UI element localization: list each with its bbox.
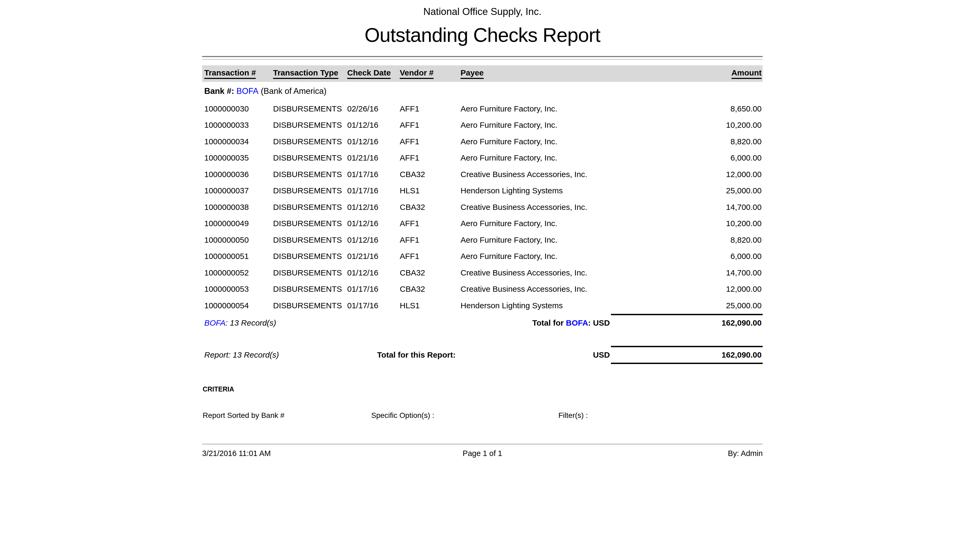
bank-name: (Bank of America) [258,86,326,96]
amount-cell: 14,700.00 [610,268,763,277]
amount-cell: 12,000.00 [610,285,763,294]
outstanding-checks-report-page: National Office Supply, Inc. Outstanding… [202,0,763,458]
check-date-cell: 01/12/16 [347,120,400,130]
check-date-cell: 01/21/16 [347,153,400,162]
amount-cell: 25,000.00 [610,301,763,310]
payee-cell: Creative Business Accessories, Inc. [461,170,610,179]
group-subtotal-row: BOFA: 13 Record(s) Total for BOFA: USD 1… [202,315,763,331]
check-date-cell: 01/12/16 [347,235,400,245]
transaction-type-cell: DISBURSEMENTS [273,153,347,162]
table-row: 1000000037 DISBURSEMENTS 01/17/16 HLS1 H… [202,182,763,199]
transaction-type-cell: DISBURSEMENTS [273,104,347,114]
payee-cell: Creative Business Accessories, Inc. [461,203,610,212]
table-row: 1000000051 DISBURSEMENTS 01/21/16 AFF1 A… [202,248,763,265]
group-record-count: BOFA: 13 Record(s) [204,318,276,328]
check-date-cell: 01/17/16 [347,301,400,310]
transaction-type-cell: DISBURSEMENTS [273,268,347,277]
report-total-row: Report: 13 Record(s) Total for this Repo… [202,347,763,363]
column-header-transaction[interactable]: Transaction # [202,68,273,79]
payee-cell: Aero Furniture Factory, Inc. [461,120,610,130]
table-header-row: Transaction # Transaction Type Check Dat… [202,66,763,82]
check-date-cell: 01/12/16 [347,219,400,228]
bank-code-link[interactable]: BOFA [237,86,259,96]
amount-cell: 8,650.00 [610,104,763,114]
transaction-number-cell: 1000000033 [202,120,273,130]
transaction-number-cell: 1000000036 [202,170,273,179]
group-total-label: Total for BOFA: USD [532,318,610,328]
vendor-number-cell: CBA32 [400,203,461,212]
transaction-type-cell: DISBURSEMENTS [273,219,347,228]
transaction-number-cell: 1000000049 [202,219,273,228]
payee-cell: Aero Furniture Factory, Inc. [461,252,610,261]
footer-user: By: Admin [576,449,763,458]
transaction-type-cell: DISBURSEMENTS [273,170,347,179]
amount-cell: 6,000.00 [610,153,763,162]
report-total-label: Total for this Report: [377,350,456,360]
column-header-amount[interactable]: Amount [610,68,763,79]
transaction-number-cell: 1000000054 [202,301,273,310]
vendor-number-cell: AFF1 [400,120,461,130]
payee-cell: Henderson Lighting Systems [461,186,610,195]
transaction-type-cell: DISBURSEMENTS [273,301,347,310]
table-body: 1000000030 DISBURSEMENTS 02/26/16 AFF1 A… [202,101,763,314]
criteria-sorted-by: Report Sorted by Bank # [203,411,285,420]
column-header-type[interactable]: Transaction Type [273,68,347,79]
transaction-number-cell: 1000000037 [202,186,273,195]
transaction-type-cell: DISBURSEMENTS [273,252,347,261]
amount-cell: 25,000.00 [610,186,763,195]
transaction-number-cell: 1000000050 [202,235,273,245]
transaction-number-cell: 1000000052 [202,268,273,277]
vendor-number-cell: AFF1 [400,153,461,162]
check-date-cell: 01/17/16 [347,170,400,179]
vendor-number-cell: AFF1 [400,137,461,146]
transaction-number-cell: 1000000051 [202,252,273,261]
payee-cell: Aero Furniture Factory, Inc. [461,219,610,228]
payee-cell: Henderson Lighting Systems [461,301,610,310]
vendor-number-cell: AFF1 [400,235,461,245]
transaction-number-cell: 1000000034 [202,137,273,146]
transaction-number-cell: 1000000038 [202,203,273,212]
table-row: 1000000036 DISBURSEMENTS 01/17/16 CBA32 … [202,166,763,182]
check-date-cell: 01/17/16 [347,285,400,294]
vendor-number-cell: AFF1 [400,104,461,114]
table-row: 1000000050 DISBURSEMENTS 01/12/16 AFF1 A… [202,232,763,248]
amount-cell: 8,820.00 [610,137,763,146]
column-header-payee[interactable]: Payee [461,68,610,79]
check-date-cell: 01/12/16 [347,203,400,212]
spacer [202,331,763,346]
criteria-row: Report Sorted by Bank # Specific Option(… [202,410,763,421]
table-row: 1000000033 DISBURSEMENTS 01/12/16 AFF1 A… [202,117,763,134]
transaction-type-cell: DISBURSEMENTS [273,186,347,195]
bank-number-label: Bank #: [204,86,237,96]
vendor-number-cell: HLS1 [400,301,461,310]
footer-divider [202,443,763,445]
check-date-cell: 01/17/16 [347,186,400,195]
group-total-amount: 162,090.00 [722,318,762,328]
criteria-filters: Filter(s) : [558,411,588,420]
amount-cell: 14,700.00 [610,203,763,212]
report-total-bottom-rule [611,363,763,364]
vendor-number-cell: AFF1 [400,252,461,261]
group-total-bank-code-link[interactable]: BOFA [566,318,588,327]
payee-cell: Creative Business Accessories, Inc. [461,285,610,294]
amount-cell: 6,000.00 [610,252,763,261]
table-row: 1000000052 DISBURSEMENTS 01/12/16 CBA32 … [202,264,763,281]
table-row: 1000000038 DISBURSEMENTS 01/12/16 CBA32 … [202,199,763,216]
transaction-type-cell: DISBURSEMENTS [273,120,347,130]
transaction-type-cell: DISBURSEMENTS [273,235,347,245]
page-title: Outstanding Checks Report [202,22,763,48]
criteria-heading: CRITERIA [202,384,763,394]
group-bank-code-link[interactable]: BOFA [204,318,226,327]
payee-cell: Creative Business Accessories, Inc. [461,268,610,277]
column-header-vendor[interactable]: Vendor # [400,68,461,79]
title-divider-dark [202,56,763,57]
table-row: 1000000054 DISBURSEMENTS 01/17/16 HLS1 H… [202,297,763,314]
table-row: 1000000049 DISBURSEMENTS 01/12/16 AFF1 A… [202,216,763,232]
transaction-number-cell: 1000000030 [202,104,273,114]
amount-cell: 8,820.00 [610,235,763,245]
column-header-check-date[interactable]: Check Date [347,68,400,79]
criteria-specific-options: Specific Option(s) : [371,411,434,420]
table-row: 1000000053 DISBURSEMENTS 01/17/16 CBA32 … [202,281,763,298]
vendor-number-cell: HLS1 [400,186,461,195]
payee-cell: Aero Furniture Factory, Inc. [461,104,610,114]
